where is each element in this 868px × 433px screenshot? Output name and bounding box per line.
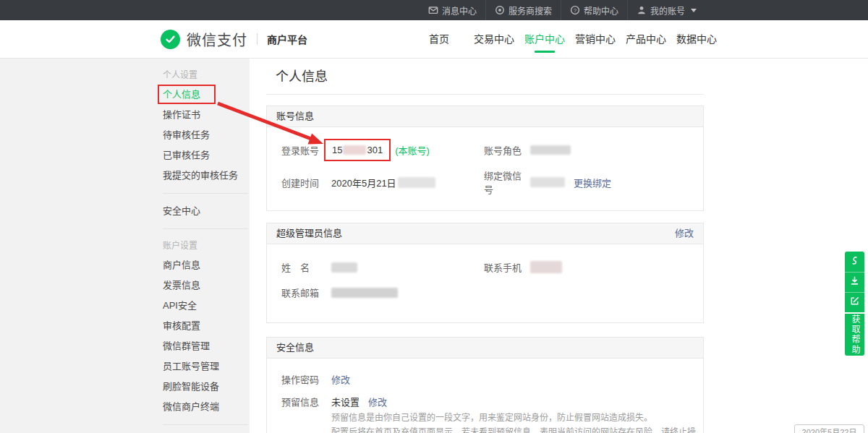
sidebar-item-security-center[interactable]: 安全中心 [163,201,250,221]
admin-phone-redacted [530,261,562,273]
reserved-info-value: 未设置 [331,395,359,408]
created-time-label: 创建时间 [281,176,331,189]
reserved-info-label: 预留信息 [281,395,331,408]
my-account-label: 我的账号 [650,4,685,17]
created-time-redacted [398,177,435,188]
message-center-menu-item[interactable]: 消息中心 [420,0,485,20]
search-icon [495,5,505,15]
super-admin-card: 超级管理员信息 修改 姓 名 联系手机 联系邮箱 [266,223,704,323]
login-account-value-highlight: 15 301 [324,139,391,161]
brand-logo[interactable]: 微信支付 商户平台 [161,20,307,58]
security-info-card: 安全信息 操作密码 修改 预留信息 未设置 修改 预留信息是由你自己设置的一段文… [266,337,704,433]
operation-password-label: 操作密码 [281,372,331,386]
edit-icon [849,296,860,309]
super-admin-card-header: 超级管理员信息 修改 [267,223,703,244]
date-chip[interactable]: 2020年5月22日 [794,424,864,433]
admin-email-redacted [331,288,398,298]
svg-text:?: ? [574,7,577,14]
sidebar-item-operation-cert[interactable]: 操作证书 [163,105,250,125]
service-provider-search-label: 服务商搜索 [509,4,552,17]
rebind-wechat-link[interactable]: 更换绑定 [574,176,611,189]
security-info-card-header: 安全信息 [267,338,703,359]
admin-name-label: 姓 名 [281,260,331,274]
user-icon [637,5,647,15]
sidebar-item-invoice-info[interactable]: 发票信息 [163,275,250,296]
bound-wechat-label: 绑定微信号 [484,168,530,196]
account-info-card: 账号信息 登录账号 15 301 (本账号) 账号角色 [266,106,704,211]
help-center-menu-item[interactable]: ? 帮助中心 [561,0,627,20]
brand-name: 微信支付 [187,29,247,50]
created-time-value: 2020年5月21日 [331,176,396,189]
sidebar-item-my-submitted[interactable]: 我提交的审核任务 [163,166,250,186]
account-info-card-title: 账号信息 [276,106,314,127]
nav-product-center[interactable]: 产品中心 [626,20,666,58]
site-header: 微信支付 商户平台 首页 交易中心 账户中心 营销中心 产品中心 数据中心 [0,20,868,59]
service-provider-search-menu-item[interactable]: 服务商搜索 [485,0,561,20]
nav-account-center[interactable]: 账户中心 [524,20,565,58]
admin-phone-label: 联系手机 [484,260,530,274]
super-admin-card-title: 超级管理员信息 [276,223,342,244]
reserved-info-note-line1: 预留信息是由你自己设置的一段文字，用来鉴定网站身份，防止假冒网站造成损失。 [331,411,703,426]
page-title: 个人信息 [266,59,704,95]
help-center-label: 帮助中心 [584,4,618,17]
sidebar-item-personal-info[interactable]: 个人信息 [163,85,250,105]
operation-password-edit-link[interactable]: 修改 [331,372,350,386]
nav-marketing-center[interactable]: 营销中心 [575,20,616,58]
nav-home[interactable]: 首页 [429,20,449,58]
feedback-button[interactable] [845,292,864,312]
nav-trade-center[interactable]: 交易中心 [474,20,514,58]
top-utility-bar: 消息中心 服务商搜索 ? 帮助中心 我的账号 [0,0,868,20]
help-icon: ? [570,5,580,15]
reserved-info-note: 预留信息是由你自己设置的一段文字，用来鉴定网站身份，防止假冒网站造成损失。 配置… [331,411,703,433]
chevron-down-icon [691,9,697,12]
login-account-redacted [343,145,366,155]
account-info-card-header: 账号信息 [267,106,703,127]
my-account-menu-item[interactable]: 我的账号 [627,0,705,20]
reserved-info-note-line2: 配置后将在首页及充值页面显示。若未看到预留信息，表明当前访问的网站存在风险，请终… [331,426,703,433]
sidebar-divider [163,424,248,425]
nav-data-center[interactable]: 数据中心 [676,20,717,58]
sidebar-item-pending-review[interactable]: 待审核任务 [163,125,250,145]
sidebar-item-review-config[interactable]: 审核配置 [163,316,250,336]
floating-toolbar: 获取帮助 [845,252,864,356]
sidebar-item-reviewed[interactable]: 已审核任务 [163,145,250,166]
admin-email-label: 联系邮箱 [281,286,331,299]
quick-link-button[interactable] [845,252,864,272]
sidebar-item-face-device[interactable]: 刷脸智能设备 [163,377,250,397]
account-role-label: 账号角色 [484,143,530,157]
portal-name: 商户平台 [267,32,307,46]
bound-wechat-redacted [530,177,565,187]
super-admin-edit-link[interactable]: 修改 [675,223,694,244]
sidebar-divider [163,228,248,229]
message-center-label: 消息中心 [442,4,477,17]
login-account-prefix: 15 [332,145,342,155]
admin-name-redacted [331,262,357,273]
sidebar-section-account-settings: 账户设置 [163,236,250,255]
sidebar-item-merchant-info[interactable]: 商户信息 [163,255,250,275]
top-utility-menu: 消息中心 服务商搜索 ? 帮助中心 我的账号 [420,0,705,20]
get-help-label: 获取帮助 [845,314,864,355]
current-account-tag: (本账号) [395,143,430,157]
download-button[interactable] [845,272,864,292]
security-info-card-title: 安全信息 [276,338,314,358]
sidebar-item-staff-account[interactable]: 员工账号管理 [163,356,250,377]
sidebar: 个人设置 个人信息 操作证书 待审核任务 已审核任务 我提交的审核任务 安全中心… [0,59,250,433]
sidebar-divider [163,193,248,194]
sidebar-item-wechat-group[interactable]: 微信群管理 [163,336,250,356]
wechat-pay-logo-icon [161,30,180,49]
link-icon [849,255,860,269]
sidebar-item-merchant-terminal[interactable]: 微信商户终端 [163,397,250,417]
reserved-info-edit-link[interactable]: 修改 [368,395,387,408]
brand-separator [257,33,258,45]
main-content: 个人信息 账号信息 登录账号 15 301 (本账号) 账号角色 [266,59,704,433]
account-role-redacted [530,145,571,155]
sidebar-section-personal-settings: 个人设置 [163,66,250,85]
get-help-button[interactable]: 获取帮助 [845,314,864,356]
download-icon [849,275,860,289]
mail-icon [428,5,438,15]
login-account-suffix: 301 [367,145,383,155]
sidebar-item-api-security[interactable]: API安全 [163,296,250,316]
